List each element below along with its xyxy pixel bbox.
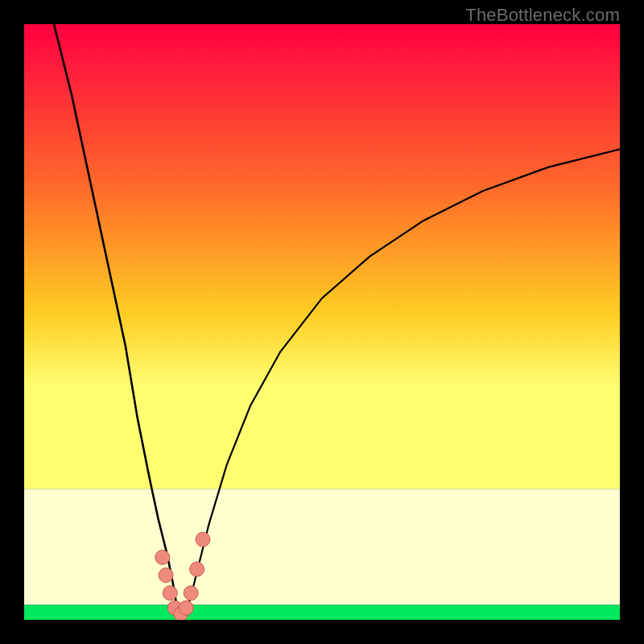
marker-point xyxy=(190,562,204,576)
watermark-text: TheBottleneck.com xyxy=(465,5,620,26)
marker-point xyxy=(179,601,193,615)
pale-band xyxy=(24,489,620,605)
marker-point xyxy=(155,550,170,564)
gradient-background xyxy=(24,24,620,489)
marker-point xyxy=(159,568,173,583)
marker-point xyxy=(184,586,198,601)
green-band xyxy=(24,605,620,621)
chart-frame xyxy=(24,24,620,620)
marker-point xyxy=(163,586,177,601)
bottleneck-chart xyxy=(24,24,620,620)
marker-point xyxy=(196,532,210,547)
